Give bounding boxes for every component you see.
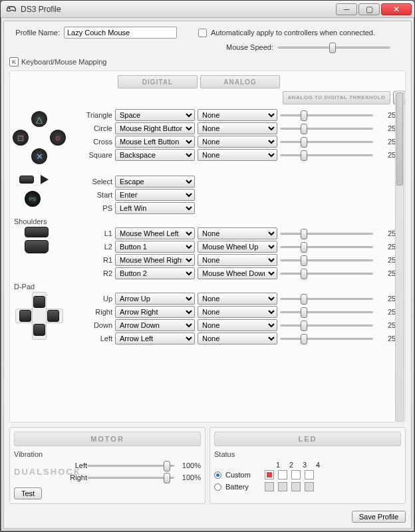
r1-threshold-slider[interactable] — [280, 255, 373, 265]
down-analog-combo[interactable]: None — [198, 319, 277, 331]
led-tab[interactable]: LED — [214, 432, 401, 446]
motor-panel: MOTOR Vibration DUALSHOCK Left 100% Righ… — [9, 427, 206, 504]
left-digital-combo[interactable]: Arrow Left — [115, 332, 195, 344]
client-area: Profile Name: Automatically apply to con… — [3, 21, 412, 529]
r2-digital-combo[interactable]: Button 2 — [115, 267, 195, 279]
triangle-threshold-slider[interactable] — [280, 110, 373, 120]
square-digital-combo[interactable]: Backspace — [115, 149, 195, 161]
profile-name-label: Profile Name: — [9, 29, 60, 37]
motor-left-value: 100% — [174, 462, 201, 469]
start-label: Start — [86, 191, 112, 199]
triangle-label: Triangle — [86, 111, 112, 119]
r2-label: R2 — [86, 269, 112, 277]
triangle-digital-combo[interactable]: Space — [115, 109, 195, 121]
select-start-icon — [13, 175, 86, 184]
led-num-2: 2 — [285, 461, 298, 469]
led-custom-2[interactable] — [278, 470, 287, 479]
circle-threshold-slider[interactable] — [280, 124, 373, 133]
l1-label: L1 — [86, 229, 112, 237]
led-custom-4[interactable] — [305, 470, 314, 479]
auto-apply-label: Automatically apply to controllers when … — [211, 29, 375, 37]
analog-header-button[interactable]: ANALOG — [200, 75, 280, 88]
right-threshold-slider[interactable] — [280, 307, 373, 317]
r1-analog-combo[interactable]: None — [198, 254, 277, 266]
scrollbar[interactable] — [395, 90, 404, 422]
motor-right-value: 100% — [174, 473, 201, 481]
window: DS3 Profile ─ ▢ ✕ Profile Name: Automati… — [0, 0, 415, 532]
r2-threshold-slider[interactable] — [280, 269, 373, 278]
ps-button-icon: PS — [25, 191, 41, 207]
l2-analog-combo[interactable]: Mouse Wheel Up — [198, 241, 277, 253]
controller-icon — [6, 4, 17, 15]
triangle-analog-combo[interactable]: None — [198, 109, 277, 121]
right-digital-combo[interactable]: Arrow Right — [115, 306, 195, 318]
up-threshold-slider[interactable] — [280, 294, 373, 303]
motor-tab[interactable]: MOTOR — [14, 432, 201, 446]
left-threshold-slider[interactable] — [280, 334, 373, 343]
l1-analog-combo[interactable]: None — [198, 227, 277, 239]
motor-right-label: Right — [67, 473, 87, 481]
window-title: DS3 Profile — [21, 5, 336, 14]
status-label: Status — [214, 450, 401, 458]
down-threshold-slider[interactable] — [280, 321, 373, 330]
led-custom-1[interactable] — [265, 470, 274, 479]
cross-digital-combo[interactable]: Mouse Left Button — [115, 136, 195, 148]
led-battery-3 — [291, 482, 301, 491]
cross-analog-combo[interactable]: None — [198, 136, 277, 148]
minimize-button[interactable]: ─ — [336, 3, 357, 15]
square-threshold-slider[interactable] — [280, 150, 373, 160]
ps-digital-combo[interactable]: Left Win — [115, 202, 195, 214]
led-custom-3[interactable] — [291, 470, 301, 479]
l1-threshold-slider[interactable] — [280, 229, 373, 238]
custom-radio[interactable] — [214, 471, 221, 479]
profile-name-input[interactable] — [64, 27, 177, 39]
square-label: Square — [86, 151, 112, 159]
select-label: Select — [86, 178, 112, 186]
up-label: Up — [86, 295, 112, 303]
start-digital-combo[interactable]: Enter — [115, 189, 195, 201]
mapping-panel: DIGITAL ANALOG ANALOG TO DIGITAL THRESHO… — [9, 70, 406, 423]
digital-header-button[interactable]: DIGITAL — [118, 75, 198, 88]
titlebar[interactable]: DS3 Profile ─ ▢ ✕ — [1, 1, 414, 18]
motor-right-slider[interactable] — [87, 473, 174, 482]
r1-label: R1 — [86, 256, 112, 264]
l2-digital-combo[interactable]: Button 1 — [115, 241, 195, 253]
up-analog-combo[interactable]: None — [198, 293, 277, 305]
right-analog-combo[interactable]: None — [198, 306, 277, 318]
led-battery-4 — [305, 482, 314, 491]
square-analog-combo[interactable]: None — [198, 149, 277, 161]
l2-threshold-slider[interactable] — [280, 242, 373, 251]
save-profile-button[interactable]: Save Profile — [352, 511, 406, 523]
ps-label: PS — [86, 204, 112, 212]
motor-left-slider[interactable] — [87, 461, 174, 470]
circle-digital-combo[interactable]: Mouse Right Button — [115, 122, 195, 134]
led-num-4: 4 — [311, 461, 325, 469]
battery-radio[interactable] — [214, 483, 221, 491]
left-analog-combo[interactable]: None — [198, 332, 277, 344]
led-num-3: 3 — [298, 461, 311, 469]
cross-threshold-slider[interactable] — [280, 137, 373, 146]
mouse-speed-label: Mouse Speed: — [226, 43, 273, 51]
r2-analog-combo[interactable]: Mouse Wheel Down — [198, 267, 277, 279]
led-battery-2 — [278, 482, 287, 491]
close-button[interactable]: ✕ — [381, 3, 412, 15]
up-digital-combo[interactable]: Arrow Up — [115, 293, 195, 305]
shoulders-group-label: Shoulders — [13, 215, 402, 227]
test-button[interactable]: Test — [14, 487, 42, 499]
l1-digital-combo[interactable]: Mouse Wheel Left — [115, 227, 195, 239]
mouse-speed-slider[interactable] — [277, 43, 390, 52]
select-digital-combo[interactable]: Escape — [115, 176, 195, 188]
shoulders-icon — [13, 227, 86, 253]
left-label: Left — [86, 334, 112, 342]
custom-radio-label: Custom — [225, 471, 259, 479]
dualshock-label: DUALSHOCK — [14, 467, 67, 477]
maximize-button[interactable]: ▢ — [358, 3, 380, 15]
circle-label: Circle — [86, 124, 112, 132]
r1-digital-combo[interactable]: Mouse Wheel Right — [115, 254, 195, 266]
circle-analog-combo[interactable]: None — [198, 122, 277, 134]
down-label: Down — [86, 321, 112, 329]
down-digital-combo[interactable]: Arrow Down — [115, 319, 195, 331]
l2-label: L2 — [86, 243, 112, 251]
auto-apply-checkbox[interactable] — [198, 29, 207, 37]
threshold-header: ANALOG TO DIGITAL THRESHOLD — [283, 91, 390, 104]
